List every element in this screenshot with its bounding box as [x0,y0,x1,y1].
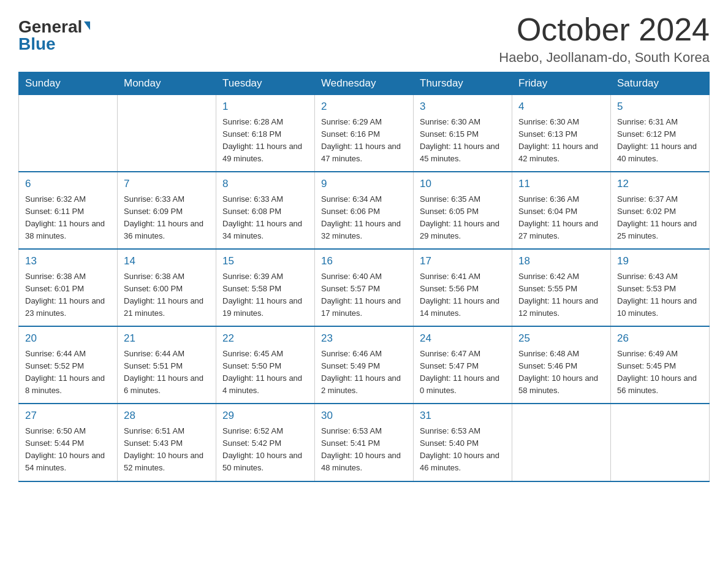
calendar-cell: 6Sunrise: 6:32 AMSunset: 6:11 PMDaylight… [19,172,118,249]
day-number: 17 [420,253,506,269]
day-number: 15 [222,253,308,269]
month-title: October 2024 [499,12,710,47]
day-info: Sunrise: 6:34 AMSunset: 6:06 PMDaylight:… [321,193,407,243]
calendar-week-row: 13Sunrise: 6:38 AMSunset: 6:01 PMDayligh… [19,249,710,326]
day-info: Sunrise: 6:30 AMSunset: 6:15 PMDaylight:… [420,116,506,166]
day-number: 27 [25,408,111,424]
calendar-week-row: 1Sunrise: 6:28 AMSunset: 6:18 PMDaylight… [19,95,710,172]
calendar-cell: 30Sunrise: 6:53 AMSunset: 5:41 PMDayligh… [315,404,414,481]
day-info: Sunrise: 6:46 AMSunset: 5:49 PMDaylight:… [321,348,407,397]
day-info: Sunrise: 6:44 AMSunset: 5:52 PMDaylight:… [25,348,111,397]
day-number: 13 [25,253,111,269]
day-info: Sunrise: 6:44 AMSunset: 5:51 PMDaylight:… [124,348,210,397]
calendar-cell: 24Sunrise: 6:47 AMSunset: 5:47 PMDayligh… [414,326,512,404]
calendar-cell: 28Sunrise: 6:51 AMSunset: 5:43 PMDayligh… [118,404,216,481]
day-number: 4 [518,99,604,115]
logo-triangle-icon [84,21,90,30]
weekday-header-thursday: Thursday [414,72,512,95]
day-info: Sunrise: 6:45 AMSunset: 5:50 PMDaylight:… [222,348,308,397]
day-number: 8 [222,176,308,192]
day-number: 6 [25,176,111,192]
calendar-cell: 13Sunrise: 6:38 AMSunset: 6:01 PMDayligh… [19,249,118,326]
day-info: Sunrise: 6:51 AMSunset: 5:43 PMDaylight:… [124,425,210,475]
weekday-header-wednesday: Wednesday [315,72,414,95]
day-info: Sunrise: 6:52 AMSunset: 5:42 PMDaylight:… [222,425,308,475]
calendar-week-row: 20Sunrise: 6:44 AMSunset: 5:52 PMDayligh… [19,326,710,404]
day-info: Sunrise: 6:48 AMSunset: 5:46 PMDaylight:… [518,348,604,397]
day-info: Sunrise: 6:39 AMSunset: 5:58 PMDaylight:… [222,270,308,320]
calendar-cell: 29Sunrise: 6:52 AMSunset: 5:42 PMDayligh… [216,404,315,481]
location-title: Haebo, Jeollanam-do, South Korea [499,50,710,66]
calendar-week-row: 6Sunrise: 6:32 AMSunset: 6:11 PMDaylight… [19,172,710,249]
day-number: 5 [617,99,703,115]
weekday-header-monday: Monday [118,72,216,95]
day-number: 21 [124,331,210,347]
day-info: Sunrise: 6:42 AMSunset: 5:55 PMDaylight:… [518,270,604,320]
calendar-cell: 8Sunrise: 6:33 AMSunset: 6:08 PMDaylight… [216,172,315,249]
day-info: Sunrise: 6:38 AMSunset: 6:01 PMDaylight:… [25,270,111,320]
calendar-cell: 7Sunrise: 6:33 AMSunset: 6:09 PMDaylight… [118,172,216,249]
logo-general-text: General [18,18,82,36]
calendar-cell: 18Sunrise: 6:42 AMSunset: 5:55 PMDayligh… [512,249,611,326]
calendar-cell: 31Sunrise: 6:53 AMSunset: 5:40 PMDayligh… [414,404,512,481]
calendar-cell: 19Sunrise: 6:43 AMSunset: 5:53 PMDayligh… [611,249,710,326]
weekday-header-row: SundayMondayTuesdayWednesdayThursdayFrid… [19,72,710,95]
calendar-cell: 17Sunrise: 6:41 AMSunset: 5:56 PMDayligh… [414,249,512,326]
calendar-cell: 27Sunrise: 6:50 AMSunset: 5:44 PMDayligh… [19,404,118,481]
day-info: Sunrise: 6:41 AMSunset: 5:56 PMDaylight:… [420,270,506,320]
day-info: Sunrise: 6:43 AMSunset: 5:53 PMDaylight:… [617,270,703,320]
calendar-cell: 11Sunrise: 6:36 AMSunset: 6:04 PMDayligh… [512,172,611,249]
day-info: Sunrise: 6:31 AMSunset: 6:12 PMDaylight:… [617,116,703,166]
calendar-cell: 23Sunrise: 6:46 AMSunset: 5:49 PMDayligh… [315,326,414,404]
calendar-cell: 9Sunrise: 6:34 AMSunset: 6:06 PMDaylight… [315,172,414,249]
header: General Blue October 2024 Haebo, Jeollan… [18,12,710,66]
calendar-cell [512,404,611,481]
day-info: Sunrise: 6:32 AMSunset: 6:11 PMDaylight:… [25,193,111,243]
day-info: Sunrise: 6:47 AMSunset: 5:47 PMDaylight:… [420,348,506,397]
day-info: Sunrise: 6:30 AMSunset: 6:13 PMDaylight:… [518,116,604,166]
calendar-cell [611,404,710,481]
calendar-cell [118,95,216,172]
day-number: 2 [321,99,407,115]
day-number: 12 [617,176,703,192]
day-number: 22 [222,331,308,347]
day-number: 20 [25,331,111,347]
day-number: 29 [222,408,308,424]
weekday-header-sunday: Sunday [19,72,118,95]
day-number: 28 [124,408,210,424]
weekday-header-tuesday: Tuesday [216,72,315,95]
day-number: 24 [420,331,506,347]
day-info: Sunrise: 6:37 AMSunset: 6:02 PMDaylight:… [617,193,703,243]
logo-blue-text: Blue [18,36,56,53]
day-number: 14 [124,253,210,269]
day-number: 16 [321,253,407,269]
day-number: 31 [420,408,506,424]
calendar-cell: 10Sunrise: 6:35 AMSunset: 6:05 PMDayligh… [414,172,512,249]
day-number: 26 [617,331,703,347]
day-info: Sunrise: 6:53 AMSunset: 5:40 PMDaylight:… [420,425,506,475]
day-info: Sunrise: 6:50 AMSunset: 5:44 PMDaylight:… [25,425,111,475]
day-info: Sunrise: 6:29 AMSunset: 6:16 PMDaylight:… [321,116,407,166]
day-number: 25 [518,331,604,347]
day-number: 9 [321,176,407,192]
calendar-cell: 16Sunrise: 6:40 AMSunset: 5:57 PMDayligh… [315,249,414,326]
calendar-cell: 1Sunrise: 6:28 AMSunset: 6:18 PMDaylight… [216,95,315,172]
day-info: Sunrise: 6:49 AMSunset: 5:45 PMDaylight:… [617,348,703,397]
day-info: Sunrise: 6:40 AMSunset: 5:57 PMDaylight:… [321,270,407,320]
day-info: Sunrise: 6:33 AMSunset: 6:08 PMDaylight:… [222,193,308,243]
calendar-week-row: 27Sunrise: 6:50 AMSunset: 5:44 PMDayligh… [19,404,710,481]
calendar-cell: 4Sunrise: 6:30 AMSunset: 6:13 PMDaylight… [512,95,611,172]
day-info: Sunrise: 6:33 AMSunset: 6:09 PMDaylight:… [124,193,210,243]
weekday-header-friday: Friday [512,72,611,95]
calendar-cell: 2Sunrise: 6:29 AMSunset: 6:16 PMDaylight… [315,95,414,172]
calendar-cell: 20Sunrise: 6:44 AMSunset: 5:52 PMDayligh… [19,326,118,404]
day-number: 23 [321,331,407,347]
calendar-table: SundayMondayTuesdayWednesdayThursdayFrid… [18,72,710,481]
day-number: 10 [420,176,506,192]
day-number: 11 [518,176,604,192]
day-number: 18 [518,253,604,269]
calendar-cell: 14Sunrise: 6:38 AMSunset: 6:00 PMDayligh… [118,249,216,326]
calendar-cell: 3Sunrise: 6:30 AMSunset: 6:15 PMDaylight… [414,95,512,172]
calendar-cell [19,95,118,172]
day-number: 30 [321,408,407,424]
